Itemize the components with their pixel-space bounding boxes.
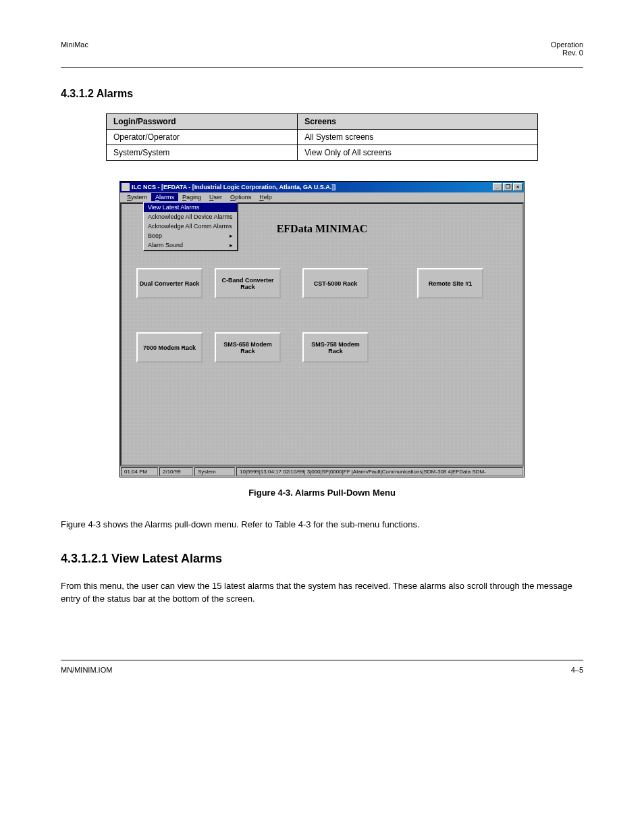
viewlatest-body: From this menu, the user can view the 15… xyxy=(61,579,583,606)
menu-alarms[interactable]: Alarms xyxy=(151,193,178,201)
menu-ack-device-alarms[interactable]: Acknowledge All Device Alarms xyxy=(144,212,237,221)
figure-caption: Figure 4-3. Alarms Pull-Down Menu xyxy=(61,488,583,498)
window-title: ILC NCS - [EFDATA - [Industrial Logic Co… xyxy=(132,184,493,190)
app-icon xyxy=(122,183,130,191)
footer-page: 4–5 xyxy=(571,666,583,674)
footer-doc: MN/MINIM.IOM xyxy=(61,666,112,674)
statusbar: 01:04 PM 2/10/99 System 10|5999|13:04:17… xyxy=(120,466,524,477)
7000-modem-rack-button[interactable]: 7000 Modem Rack xyxy=(136,332,203,363)
alarms-dropdown: View Latest Alarms Acknowledge All Devic… xyxy=(143,202,238,251)
sms658-modem-rack-button[interactable]: SMS-658 Modem Rack xyxy=(215,332,281,363)
status-mode: System xyxy=(194,467,235,476)
dual-converter-rack-button[interactable]: Dual Converter Rack xyxy=(136,268,203,298)
cst5000-rack-button[interactable]: CST-5000 Rack xyxy=(302,268,369,298)
subsection-title: 4.3.1.2 Alarms xyxy=(61,88,583,100)
login-col2-header: Screens xyxy=(298,114,538,130)
menu-beep[interactable]: Beep▸ xyxy=(144,231,237,240)
menu-options[interactable]: Options xyxy=(226,193,255,201)
menu-paging[interactable]: Paging xyxy=(178,193,205,201)
body-text: Figure 4-3 shows the Alarms pull-down me… xyxy=(61,518,583,531)
chevron-right-icon: ▸ xyxy=(230,232,233,239)
menu-alarm-sound[interactable]: Alarm Sound▸ xyxy=(144,240,237,250)
page-footer: MN/MINIM.IOM 4–5 xyxy=(61,660,583,674)
status-time: 01:04 PM xyxy=(121,467,158,476)
menu-system[interactable]: System xyxy=(123,193,151,201)
cband-converter-rack-button[interactable]: C-Band Converter Rack xyxy=(215,268,281,298)
doc-header-rev: Rev. 0 xyxy=(562,49,583,57)
doc-header-left: MiniMac xyxy=(61,41,88,49)
remote-site-button[interactable]: Remote Site #1 xyxy=(417,268,483,298)
status-date: 2/10/99 xyxy=(159,467,193,476)
status-alarm-msg: 10|5999|13:04:17 02/10/99| 3|000|SF|0000… xyxy=(236,467,523,476)
login-col1-header: Login/Password xyxy=(107,114,298,130)
menu-view-latest-alarms[interactable]: View Latest Alarms xyxy=(144,203,237,212)
app-window: ILC NCS - [EFDATA - [Industrial Logic Co… xyxy=(119,181,525,477)
menu-user[interactable]: User xyxy=(205,193,226,201)
doc-header-right: Operation xyxy=(551,41,583,49)
menu-ack-comm-alarms[interactable]: Acknowledge All Comm Alarms xyxy=(144,221,237,231)
viewlatest-title: 4.3.1.2.1 View Latest Alarms xyxy=(61,552,583,566)
titlebar: ILC NCS - [EFDATA - [Industrial Logic Co… xyxy=(120,182,524,192)
menubar: System Alarms Paging User Options Help V… xyxy=(120,192,524,203)
chevron-right-icon: ▸ xyxy=(230,242,233,249)
login-table: Login/Password Screens Operator/Operator… xyxy=(106,113,538,161)
table-row: System/System View Only of All screens xyxy=(107,145,538,161)
minimize-button[interactable]: _ xyxy=(493,183,502,191)
sms758-modem-rack-button[interactable]: SMS-758 Modem Rack xyxy=(302,332,369,363)
close-button[interactable]: × xyxy=(513,183,522,191)
table-row: Operator/Operator All System screens xyxy=(107,130,538,145)
maximize-button[interactable]: ❐ xyxy=(503,183,512,191)
menu-help[interactable]: Help xyxy=(255,193,276,201)
